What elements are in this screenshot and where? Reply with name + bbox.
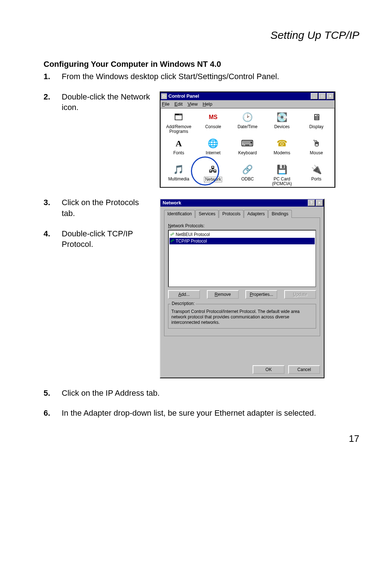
menu-help[interactable]: Help (203, 101, 212, 107)
tab-bar: Identification Services Protocols Adapte… (164, 209, 320, 218)
cp-item-pccard[interactable]: 💾PC Card (PCMCIA) (265, 163, 299, 187)
step-text: Click on the IP Address tab. (62, 388, 359, 399)
description-label: Description: (171, 301, 196, 306)
step-text: From the Windows desktop click Start/Set… (62, 71, 359, 82)
pccard-icon: 💾 (275, 163, 289, 176)
step-number: 1. (44, 71, 62, 82)
network-icon: 🖧 (207, 163, 220, 176)
cp-item-display[interactable]: 🖥Display (299, 111, 334, 135)
titlebar[interactable]: Network ? × (160, 199, 324, 207)
properties-button[interactable]: Properties... (245, 290, 277, 299)
tab-adapters[interactable]: Adapters (244, 210, 268, 218)
cp-item-network[interactable]: 🖧Network (196, 163, 230, 187)
add-button[interactable]: Add... (168, 290, 200, 299)
menu-edit[interactable]: Edit (175, 101, 183, 107)
control-panel-window: 🗀 Control Panel _ □ × File Edit View (160, 91, 335, 188)
ports-icon: 🔌 (310, 163, 323, 176)
console-icon: MS (207, 111, 220, 124)
dialog-title: Network (161, 200, 307, 206)
cp-item-datetime[interactable]: 🕑Date/Time (230, 111, 265, 135)
step-text: In the Adapter drop-down list, be sure y… (62, 408, 359, 419)
ok-button[interactable]: OK (253, 365, 285, 374)
section-title: Configuring Your Computer in Windows NT … (44, 60, 359, 69)
protocols-listbox[interactable]: ☍ NetBEUI Protocol ☍ TCP/IP Protocol (168, 230, 316, 287)
page-header: Setting Up TCP/IP (44, 29, 359, 41)
devices-icon: 💽 (275, 111, 289, 124)
step-number: 5. (44, 388, 62, 399)
list-label: Network Protocols: (168, 223, 316, 229)
multimedia-icon: 🎵 (172, 163, 185, 176)
description-group: Description: Transport Control Protocol/… (168, 304, 316, 329)
keyboard-icon: ⌨ (241, 137, 254, 150)
step-number: 2. (44, 91, 62, 113)
step-text: Double-click TCP/IP Protocol. (62, 228, 152, 250)
close-button[interactable]: × (327, 93, 334, 99)
network-dialog: Network ? × Identification Services Prot… (160, 199, 324, 378)
cp-item-add-remove[interactable]: 🗔Add/Remove Programs (162, 111, 196, 135)
description-text: Transport Control Protocol/Internet Prot… (171, 309, 300, 325)
protocol-item-netbeui[interactable]: ☍ NetBEUI Protocol (170, 231, 315, 238)
close-button[interactable]: × (316, 200, 323, 206)
cp-item-keyboard[interactable]: ⌨Keyboard (230, 137, 265, 161)
add-remove-icon: 🗔 (172, 111, 185, 124)
remove-button[interactable]: Remove (207, 290, 239, 299)
protocol-icon: ☍ (170, 232, 174, 237)
tab-identification[interactable]: Identification (164, 210, 195, 218)
menu-file[interactable]: File (162, 101, 170, 107)
protocol-item-tcpip[interactable]: ☍ TCP/IP Protocol (170, 238, 315, 244)
cp-item-multimedia[interactable]: 🎵Multimedia (162, 163, 196, 187)
help-button[interactable]: ? (308, 200, 315, 206)
maximize-button[interactable]: □ (319, 93, 326, 99)
fonts-icon: A (172, 137, 185, 150)
step-number: 4. (44, 228, 62, 250)
page-number: 17 (44, 433, 359, 444)
tab-bindings[interactable]: Bindings (268, 210, 291, 218)
modems-icon: ☎ (275, 137, 289, 150)
menu-view[interactable]: View (188, 101, 198, 107)
menu-bar[interactable]: File Edit View Help (160, 100, 335, 109)
mouse-icon: 🖱 (310, 137, 323, 150)
update-button: Update (284, 290, 316, 299)
titlebar[interactable]: 🗀 Control Panel _ □ × (160, 92, 335, 100)
odbc-icon: 🔗 (241, 163, 254, 176)
protocol-icon: ☍ (170, 238, 174, 244)
minimize-button[interactable]: _ (311, 93, 318, 99)
step-text: Click on the Protocols tab. (62, 197, 152, 219)
cp-item-odbc[interactable]: 🔗ODBC (230, 163, 265, 187)
display-icon: 🖥 (310, 111, 323, 124)
step-text: Double-click the Network icon. (62, 91, 152, 113)
window-title: Control Panel (168, 93, 310, 99)
cp-item-devices[interactable]: 💽Devices (265, 111, 299, 135)
cp-item-ports[interactable]: 🔌Ports (299, 163, 334, 187)
cp-item-modems[interactable]: ☎Modems (265, 137, 299, 161)
icon-grid: 🗔Add/Remove Programs MSConsole 🕑Date/Tim… (160, 108, 335, 187)
cp-item-console[interactable]: MSConsole (196, 111, 230, 135)
step-number: 3. (44, 197, 62, 219)
datetime-icon: 🕑 (241, 111, 254, 124)
control-panel-icon: 🗀 (161, 93, 167, 99)
tab-protocols[interactable]: Protocols (219, 210, 244, 218)
cp-item-fonts[interactable]: AFonts (162, 137, 196, 161)
internet-icon: 🌐 (207, 137, 220, 150)
cp-item-mouse[interactable]: 🖱Mouse (299, 137, 334, 161)
step-number: 6. (44, 408, 62, 419)
cancel-button[interactable]: Cancel (288, 365, 320, 374)
tab-services[interactable]: Services (195, 210, 219, 218)
